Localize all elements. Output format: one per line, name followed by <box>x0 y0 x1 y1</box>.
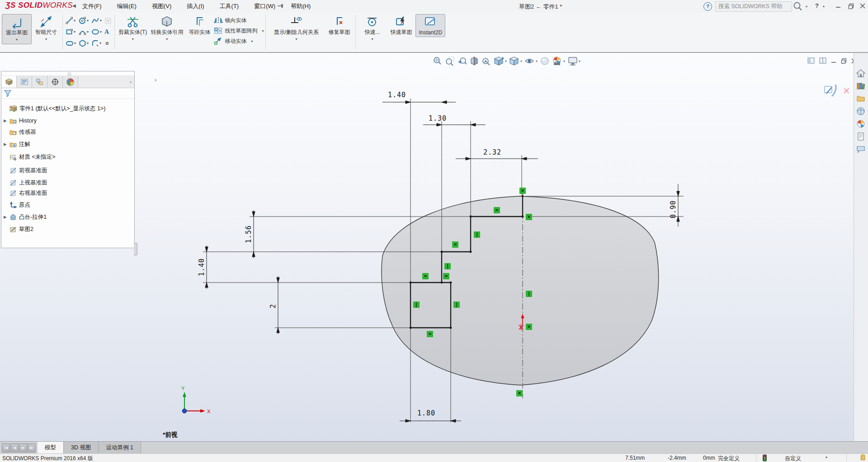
display-delete-relations-caret[interactable]: ▾ <box>295 36 297 42</box>
pin-menu-icon[interactable] <box>277 3 284 10</box>
dimension-value[interactable]: 0.90 <box>669 200 677 218</box>
relation-vertical-badge[interactable]: | <box>453 302 460 308</box>
convert-entities-button[interactable]: 转换实体引用 ▾ <box>149 14 185 43</box>
relation-coincident-badge[interactable]: × <box>526 324 532 330</box>
tree-item-right-plane[interactable]: 右视基准面 <box>3 188 133 198</box>
tree-item-origin[interactable]: 原点 <box>3 199 133 210</box>
design-library-icon[interactable] <box>856 81 866 91</box>
section-view-icon[interactable] <box>469 56 480 66</box>
quick-snaps-caret[interactable]: ▾ <box>371 36 373 42</box>
dimension-value[interactable]: 1.30 <box>429 114 447 123</box>
text-tool[interactable]: A <box>104 28 113 36</box>
tree-item-top-plane[interactable]: 上视基准面 <box>3 177 133 188</box>
smart-dimension-caret[interactable]: ▾ <box>45 36 47 42</box>
exit-sketch-caret[interactable]: ▾ <box>16 37 18 43</box>
line-tool[interactable]: ▾ <box>65 17 77 24</box>
move-entities-caret[interactable]: ▾ <box>251 39 253 43</box>
menu-window[interactable]: 窗口(W) <box>252 1 277 11</box>
relation-equal-badge[interactable]: = <box>427 331 433 337</box>
tree-item-material[interactable]: 材质 <未指定> <box>3 151 133 162</box>
confirm-exit-sketch-icon[interactable] <box>822 83 839 101</box>
apply-scene-icon[interactable]: ▾ <box>552 56 566 66</box>
relation-coincident-badge[interactable]: × <box>526 214 532 220</box>
doc-minimize-icon[interactable] <box>831 57 836 66</box>
polygon-caret[interactable]: ▾ <box>87 41 89 45</box>
fillet-caret[interactable]: ▾ <box>99 41 101 45</box>
custom-properties-icon[interactable] <box>856 132 866 141</box>
relation-equal-badge[interactable]: = <box>452 241 458 248</box>
display-style-caret[interactable]: ▾ <box>520 59 522 63</box>
restore-button[interactable] <box>846 2 855 10</box>
relation-vertical-badge[interactable]: | <box>413 302 420 308</box>
relation-vertical-badge[interactable]: | <box>526 291 532 297</box>
zoom-area-icon[interactable] <box>444 56 455 66</box>
repair-sketch-button[interactable]: 修复草图 <box>325 14 354 36</box>
polygon-tool[interactable]: ▾ <box>78 39 90 47</box>
tree-item-boss-extrude[interactable]: ▶ 凸台-拉伸1 <box>3 212 133 222</box>
circle-caret[interactable]: ▾ <box>87 19 89 23</box>
circle-tool[interactable]: ▾ <box>78 17 90 24</box>
status-custom-caret[interactable]: ▴ <box>826 455 827 459</box>
tab-3d-views[interactable]: 3D 视图 <box>64 442 99 454</box>
linear-pattern-button[interactable]: 线性草图阵列 ▾ <box>214 26 264 35</box>
close-button[interactable] <box>858 2 867 10</box>
file-explorer-icon[interactable] <box>856 94 866 104</box>
help-circle-icon[interactable]: ? <box>703 2 712 11</box>
help-caret-icon[interactable]: ▾ <box>823 5 825 9</box>
move-entities-button[interactable]: 移动实体 ▾ <box>214 37 264 46</box>
dimension-value[interactable]: 1.40 <box>388 91 406 99</box>
smart-dimension-button[interactable]: 智能尺寸 ▾ <box>32 14 61 43</box>
rectangle-tool[interactable]: ▾ <box>65 28 77 36</box>
panel-resize-grip[interactable] <box>134 243 137 255</box>
tree-item-front-plane[interactable]: 前视基准面 <box>3 165 133 176</box>
display-delete-relations-button[interactable]: 显示/删除几何关系 ▾ <box>268 14 325 43</box>
minimize-button[interactable] <box>834 2 843 10</box>
tree-root-part[interactable]: 零件1 (默认<<默认>_显示状态 1>) <box>3 103 133 114</box>
slot-caret[interactable]: ▾ <box>74 41 76 45</box>
tab-scroll-prev-button[interactable]: ◀ <box>10 443 19 453</box>
tab-dimxpertmanager[interactable] <box>47 76 63 88</box>
spline-caret[interactable]: ▾ <box>100 19 102 23</box>
tab-propertymanager[interactable] <box>17 76 32 88</box>
status-custom-dropdown[interactable]: 自定义 <box>785 455 801 462</box>
rapid-sketch-button[interactable]: 快速草图 <box>387 14 415 36</box>
hide-show-items-icon[interactable]: ▾ <box>524 56 538 66</box>
dynamic-annotation-view-icon[interactable]: A <box>481 56 492 66</box>
tab-displaymanager[interactable] <box>63 76 78 88</box>
rectangle-caret[interactable]: ▾ <box>74 30 75 34</box>
menu-edit[interactable]: 编辑(E) <box>115 1 138 11</box>
tree-filter-row[interactable] <box>1 88 134 99</box>
dimension-value[interactable]: 2.32 <box>483 148 501 156</box>
tab-model[interactable]: 模型 <box>38 442 64 454</box>
tree-item-history[interactable]: ▶ History <box>3 115 133 126</box>
status-rebuild-icon[interactable] <box>762 454 767 462</box>
appearances-scenes-icon[interactable] <box>856 119 866 129</box>
ellipse-tool[interactable]: ▾ <box>90 28 103 36</box>
trim-entities-caret[interactable]: ▾ <box>132 36 134 42</box>
graphics-area[interactable]: A ▾ ▾ ▾ ▾ ▾ ✕ <box>0 52 868 442</box>
dimension-value[interactable]: 1.80 <box>417 409 435 417</box>
linear-pattern-caret[interactable]: ▾ <box>262 29 264 33</box>
expand-arrow-icon[interactable]: ▶ <box>3 118 7 123</box>
menu-insert[interactable]: 插入(I) <box>185 1 206 11</box>
tab-scroll-first-button[interactable]: |◀ <box>2 443 10 453</box>
display-style-icon[interactable]: ▾ <box>509 56 523 66</box>
relation-equal-badge[interactable]: = <box>422 273 429 279</box>
dimension-value[interactable]: 1.40 <box>198 258 206 276</box>
expand-arrow-icon[interactable]: ▶ <box>3 142 7 146</box>
tab-featuremanager-tree[interactable] <box>1 76 17 88</box>
quick-snaps-button[interactable]: 快速... ▾ <box>358 14 387 43</box>
menu-help[interactable]: 帮助(H) <box>289 1 312 11</box>
flyout-tree-chevron[interactable]: › <box>155 76 156 83</box>
view-settings-caret[interactable]: ▾ <box>579 59 580 63</box>
home-icon[interactable] <box>856 68 866 78</box>
tab-motion-study[interactable]: 运动算例 1 <box>99 442 141 454</box>
relation-coincident-badge[interactable]: × <box>516 390 523 396</box>
fillet-tool[interactable]: ▾ <box>90 39 103 47</box>
search-input[interactable]: 搜索 SOLIDWORKS 帮助 <box>715 1 792 12</box>
help-menu-button[interactable]: ? <box>815 2 819 9</box>
mirror-entities-button[interactable]: 镜向实体 <box>214 16 264 25</box>
search-icon[interactable] <box>792 1 806 11</box>
arc-tool[interactable]: ▾ <box>78 28 90 36</box>
dimension-value[interactable]: 2 <box>269 304 277 308</box>
